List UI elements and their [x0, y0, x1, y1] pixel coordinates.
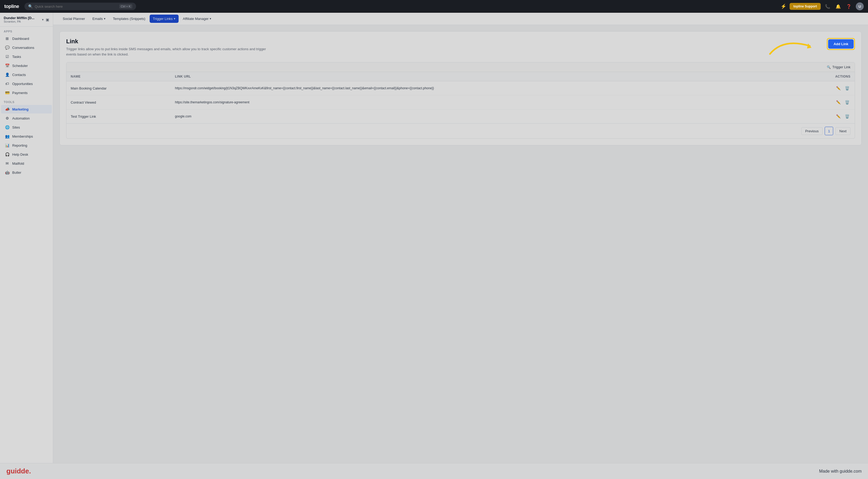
app-logo: topline — [4, 4, 19, 9]
trigger-links-chevron-icon: ▾ — [174, 17, 176, 21]
sidebar-item-opportunities[interactable]: 🏷 Opportunities — [1, 79, 52, 88]
col-url: Link URL — [170, 72, 798, 81]
subnav-social-planner[interactable]: Social Planner — [60, 14, 88, 23]
delete-button[interactable]: 🗑️ — [844, 85, 850, 91]
subnav-emails[interactable]: Emails ▾ — [89, 14, 109, 23]
sidebar-item-label: Conversations — [12, 46, 34, 50]
add-link-button[interactable]: Add Link — [828, 39, 854, 49]
subnav-templates[interactable]: Templates (Snippets) — [110, 14, 149, 23]
sidebar-item-mailfold[interactable]: ✉ Mailfold — [1, 159, 52, 168]
edit-button[interactable]: ✏️ — [835, 113, 842, 120]
cell-actions: ✏️ 🗑️ — [799, 81, 855, 95]
affiliate-chevron-icon: ▾ — [210, 17, 211, 21]
cell-actions: ✏️ 🗑️ — [799, 109, 855, 124]
current-page[interactable]: 1 — [825, 127, 833, 135]
helpdesk-icon: 🎧 — [5, 152, 9, 157]
sidebar: Dunder Mifflin [D... Scranton, PA ▾ ▣ Ap… — [0, 13, 53, 463]
edit-button[interactable]: ✏️ — [835, 99, 842, 105]
sidebar-item-marketing[interactable]: 📣 Marketing — [1, 105, 52, 114]
sidebar-item-memberships[interactable]: 👥 Memberships — [1, 132, 52, 140]
opportunities-icon: 🏷 — [5, 82, 9, 86]
sidebar-item-butler[interactable]: 🤖 Butler — [1, 168, 52, 177]
lightning-icon[interactable]: ⚡ — [781, 3, 786, 9]
table-container: 🔍 Trigger Link Name Link URL Actions — [66, 62, 855, 139]
sidebar-item-label: Marketing — [12, 107, 28, 111]
sidebar-item-scheduler[interactable]: 📅 Scheduler — [1, 61, 52, 70]
edit-button[interactable]: ✏️ — [835, 85, 842, 91]
contacts-icon: 👤 — [5, 72, 9, 77]
cell-url: https://msgsndr.com/widget/booking/jt1N3… — [170, 81, 798, 95]
table-row: Test Trigger Link google.com ✏️ 🗑️ — [66, 109, 855, 124]
sidebar-item-label: Memberships — [12, 134, 33, 138]
main-layout: Dunder Mifflin [D... Scranton, PA ▾ ▣ Ap… — [0, 13, 868, 463]
automation-icon: ⚙ — [5, 116, 9, 120]
sidebar-item-label: Tasks — [12, 55, 21, 59]
workspace-chevron-icon: ▾ — [42, 18, 43, 22]
reporting-icon: 📊 — [5, 143, 9, 148]
sidebar-item-payments[interactable]: 💳 Payments — [1, 89, 52, 97]
bell-icon[interactable]: 🔔 — [835, 3, 842, 10]
cell-name: Main Booking Calendar — [66, 81, 170, 95]
bottom-banner: guidde. Made with guidde.com — [0, 463, 868, 479]
dashboard-icon: ⊞ — [5, 36, 9, 41]
sidebar-item-label: Butler — [12, 170, 21, 174]
phone-icon[interactable]: 📞 — [824, 3, 831, 10]
search-bar[interactable]: 🔍 Ctrl + K — [25, 3, 136, 10]
table-row: Contract Viewed https://site.themarketin… — [66, 95, 855, 109]
sidebar-item-label: Sites — [12, 125, 20, 129]
next-button[interactable]: Next — [835, 127, 850, 135]
sub-navbar: Social Planner Emails ▾ Templates (Snipp… — [53, 13, 868, 25]
cell-url: google.com — [170, 109, 798, 124]
table-row: Main Booking Calendar https://msgsndr.co… — [66, 81, 855, 95]
sidebar-item-label: Dashboard — [12, 37, 29, 41]
help-icon[interactable]: ❓ — [845, 3, 852, 10]
sidebar-item-label: Scheduler — [12, 64, 28, 68]
page-section: Link Trigger links allow you to put link… — [60, 31, 862, 145]
sidebar-item-conversations[interactable]: 💬 Conversations — [1, 43, 52, 52]
sites-icon: 🌐 — [5, 125, 9, 129]
scheduler-icon: 📅 — [5, 63, 9, 68]
table-header-row: Name Link URL Actions — [66, 72, 855, 81]
sidebar-item-label: Payments — [12, 91, 28, 95]
search-shortcut: Ctrl + K — [119, 4, 132, 8]
sidebar-item-dashboard[interactable]: ⊞ Dashboard — [1, 34, 52, 43]
delete-button[interactable]: 🗑️ — [844, 113, 850, 120]
subnav-trigger-links[interactable]: Trigger Links ▾ — [150, 14, 179, 23]
sidebar-item-tasks[interactable]: ☑ Tasks — [1, 52, 52, 61]
payments-icon: 💳 — [5, 91, 9, 95]
sidebar-item-label: Opportunities — [12, 82, 33, 86]
col-actions: Actions — [799, 72, 855, 81]
search-input[interactable] — [35, 4, 117, 8]
sidebar-item-contacts[interactable]: 👤 Contacts — [1, 70, 52, 79]
sidebar-toggle-icon[interactable]: ▣ — [46, 18, 49, 22]
col-name: Name — [66, 72, 170, 81]
page-header-left: Link Trigger links allow you to put link… — [66, 38, 274, 57]
avatar[interactable]: U — [856, 2, 864, 10]
guidde-logo: guidde. — [6, 467, 31, 475]
sidebar-item-reporting[interactable]: 📊 Reporting — [1, 141, 52, 150]
tools-section-label: Tools — [0, 97, 53, 105]
sidebar-item-label: Mailfold — [12, 162, 24, 165]
sidebar-item-label: Help Desk — [12, 153, 28, 157]
sidebar-item-label: Automation — [12, 116, 30, 120]
cell-name: Contract Viewed — [66, 95, 170, 109]
sidebar-item-automation[interactable]: ⚙ Automation — [1, 114, 52, 123]
marketing-icon: 📣 — [5, 107, 9, 111]
arrow-annotation — [767, 33, 820, 57]
memberships-icon: 👥 — [5, 134, 9, 138]
content-area: Link Trigger links allow you to put link… — [53, 25, 868, 463]
sidebar-item-sites[interactable]: 🌐 Sites — [1, 123, 52, 131]
links-table: Name Link URL Actions Main Booking Calen… — [66, 72, 855, 123]
navbar-right: ⚡ topline Support 📞 🔔 ❓ U — [781, 2, 864, 10]
sidebar-item-helpdesk[interactable]: 🎧 Help Desk — [1, 150, 52, 159]
workspace-selector[interactable]: Dunder Mifflin [D... Scranton, PA ▾ ▣ — [0, 13, 53, 27]
cell-url: https://site.themarketingos.com/signatur… — [170, 95, 798, 109]
previous-button[interactable]: Previous — [801, 127, 823, 135]
mailfold-icon: ✉ — [5, 161, 9, 165]
support-button[interactable]: topline Support — [789, 3, 821, 10]
delete-button[interactable]: 🗑️ — [844, 99, 850, 105]
sidebar-item-label: Reporting — [12, 143, 27, 148]
subnav-affiliate-manager[interactable]: Affiliate Manager ▾ — [180, 14, 215, 23]
page-title: Link — [66, 38, 274, 45]
emails-chevron-icon: ▾ — [104, 17, 105, 21]
